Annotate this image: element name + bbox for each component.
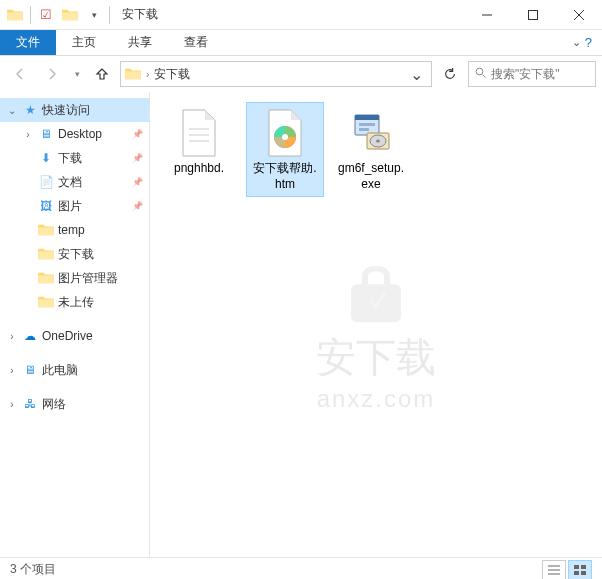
document-icon: 📄 [37,173,55,191]
navbar: ▾ › 安下载 ⌄ [0,56,602,92]
file-label: 安下载帮助.htm [251,161,319,192]
file-item-exe[interactable]: gm6f_setup.exe [332,102,410,197]
chevron-right-icon[interactable]: › [6,365,18,376]
properties-icon[interactable]: ☑ [35,4,57,26]
svg-rect-23 [581,565,586,569]
svg-rect-14 [359,128,369,131]
tab-file[interactable]: 文件 [0,30,56,55]
document-icon [173,107,225,159]
star-icon: ★ [21,101,39,119]
quick-access-toolbar: ☑ ▾ [0,4,116,26]
folder-icon [37,245,55,263]
chevron-right-icon[interactable]: › [22,129,34,140]
chevron-right-icon[interactable]: › [143,69,152,80]
svg-rect-24 [574,571,579,575]
svg-rect-22 [574,565,579,569]
recent-dropdown[interactable]: ▾ [70,60,84,88]
tab-home[interactable]: 主页 [56,30,112,55]
window-title: 安下载 [122,6,158,23]
svg-line-5 [483,75,486,78]
file-item-html[interactable]: 安下载帮助.htm [246,102,324,197]
refresh-button[interactable] [436,60,464,88]
folder-icon [4,4,26,26]
sidebar-item-temp[interactable]: temp [0,218,149,242]
folder-icon [37,221,55,239]
network-icon: 🖧 [21,395,39,413]
html-icon [259,107,311,159]
body: ⌄ ★ 快速访问 › 🖥 Desktop ⬇ 下载 📄 文档 🖼 图片 temp [0,92,602,557]
chevron-down-icon[interactable]: ⌄ [6,105,18,116]
maximize-button[interactable] [510,0,556,30]
sidebar-item-thispc[interactable]: › 🖥 此电脑 [0,358,149,382]
folder-icon-small [59,4,81,26]
back-button[interactable] [6,60,34,88]
chevron-down-icon: ⌄ [572,36,581,49]
installer-icon [345,107,397,159]
ribbon-expand[interactable]: ⌄ ? [562,30,602,55]
window-controls [464,0,602,30]
forward-button[interactable] [38,60,66,88]
sidebar-item-documents[interactable]: 📄 文档 [0,170,149,194]
computer-icon: 🖥 [21,361,39,379]
details-view-button[interactable] [542,560,566,580]
folder-icon [37,293,55,311]
close-button[interactable] [556,0,602,30]
address-bar[interactable]: › 安下载 ⌄ [120,61,432,87]
svg-rect-13 [359,123,375,126]
search-box[interactable] [468,61,596,87]
tab-share[interactable]: 共享 [112,30,168,55]
sidebar-item-picmgr[interactable]: 图片管理器 [0,266,149,290]
file-item-document[interactable]: pnghhbd. [160,102,238,182]
titlebar: ☑ ▾ 安下载 [0,0,602,30]
view-switch [542,560,592,580]
sidebar-item-downloads[interactable]: ⬇ 下载 [0,146,149,170]
file-list[interactable]: pnghhbd. 安下载帮助.htm [150,92,602,557]
svg-rect-12 [355,115,379,120]
statusbar: 3 个项目 [0,557,602,579]
search-input[interactable] [491,67,589,81]
item-count: 3 个项目 [10,561,56,578]
svg-rect-18 [351,284,401,322]
search-icon [475,65,487,83]
minimize-button[interactable] [464,0,510,30]
folder-icon [123,64,143,84]
sidebar-item-desktop[interactable]: › 🖥 Desktop [0,122,149,146]
sidebar-item-notuploaded[interactable]: 未上传 [0,290,149,314]
icons-view-button[interactable] [568,560,592,580]
svg-point-10 [282,134,288,140]
breadcrumb-current[interactable]: 安下载 [152,66,192,83]
chevron-right-icon[interactable]: › [6,331,18,342]
tab-view[interactable]: 查看 [168,30,224,55]
watermark: 安下载 anxz.com [316,266,436,413]
navigation-pane[interactable]: ⌄ ★ 快速访问 › 🖥 Desktop ⬇ 下载 📄 文档 🖼 图片 temp [0,92,150,557]
help-icon[interactable]: ? [585,35,592,50]
sidebar-item-onedrive[interactable]: › ☁ OneDrive [0,324,149,348]
sidebar-item-anxiazai[interactable]: 安下载 [0,242,149,266]
address-dropdown[interactable]: ⌄ [404,65,429,84]
sidebar-item-quick-access[interactable]: ⌄ ★ 快速访问 [0,98,149,122]
svg-point-17 [376,140,380,143]
svg-point-4 [476,68,483,75]
download-icon: ⬇ [37,149,55,167]
svg-rect-25 [581,571,586,575]
cloud-icon: ☁ [21,327,39,345]
pictures-icon: 🖼 [37,197,55,215]
sidebar-item-pictures[interactable]: 🖼 图片 [0,194,149,218]
sidebar-item-network[interactable]: › 🖧 网络 [0,392,149,416]
file-label: gm6f_setup.exe [337,161,405,192]
folder-icon [37,269,55,287]
up-button[interactable] [88,60,116,88]
qat-dropdown-icon[interactable]: ▾ [83,4,105,26]
chevron-right-icon[interactable]: › [6,399,18,410]
file-label: pnghhbd. [174,161,224,177]
ribbon: 文件 主页 共享 查看 ⌄ ? [0,30,602,56]
desktop-icon: 🖥 [37,125,55,143]
svg-rect-1 [529,10,538,19]
